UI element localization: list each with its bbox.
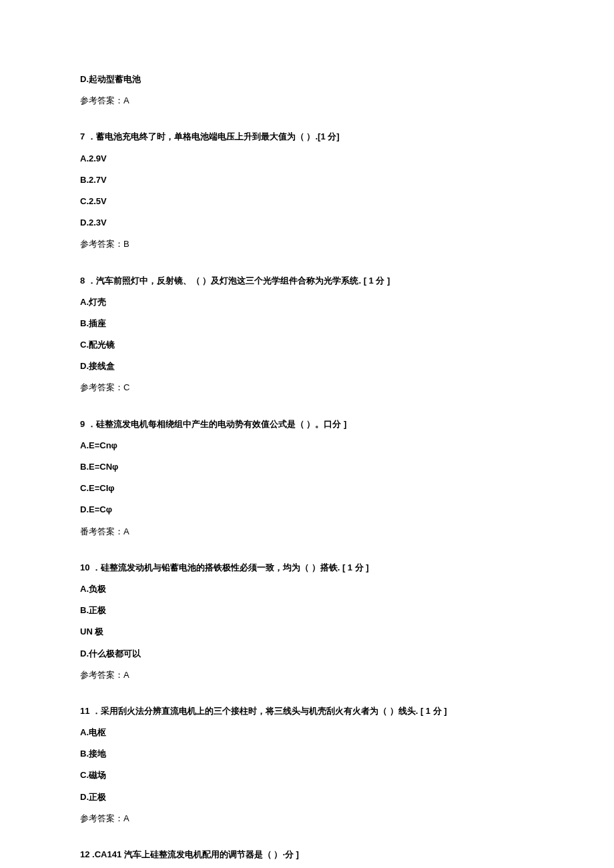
q11-stem: 11 ．采用刮火法分辨直流电机上的三个接柱时，将三线头与机壳刮火有火者为（ ）线… (80, 705, 534, 717)
q8-option-a: A.灯壳 (80, 296, 534, 308)
q9-option-d: D.E=Cφ (80, 504, 534, 516)
q8-stem: 8 ．汽车前照灯中，反射镜、（ ）及灯泡这三个光学组件合称为光学系统. [ 1 … (80, 275, 534, 287)
q7-answer-text: 参考答案：B (80, 239, 129, 249)
q8-option-b: B.插座 (80, 318, 534, 330)
q11-answer: 参考答案：A (80, 813, 534, 825)
q8-stem-text: ．汽车前照灯中，反射镜、（ ）及灯泡这三个光学组件合称为光学系统. [ 1 分 … (85, 276, 390, 286)
q10-answer: 参考答案：A (80, 669, 534, 681)
q10-option-a: A.负极 (80, 583, 534, 595)
q11-option-d: D.正极 (80, 791, 534, 803)
q10-answer-text: 参考答案：A (80, 670, 129, 680)
q7-stem-text: ．蓄电池充电终了时，单格电池端电压上升到最大值为（ ）.[1 分] (85, 131, 339, 141)
q8-option-d: D.接线盒 (80, 360, 534, 372)
q11-stem-text: ．采用刮火法分辨直流电机上的三个接柱时，将三线头与机壳刮火有火者为（ ）线头. … (89, 706, 446, 716)
q6-option-d: D.起动型蓄电池 (80, 73, 534, 85)
q7-stem: 7 ．蓄电池充电终了时，单格电池端电压上升到最大值为（ ）.[1 分] (80, 131, 534, 143)
q9-stem: 9 ．硅整流发电机每相绕组中产生的电动势有效值公式是（ ）。口分 ] (80, 418, 534, 430)
q11-answer-text: 参考答案：A (80, 813, 129, 823)
q12-number: 12 (80, 849, 89, 859)
q12-stem-text: .CA141 汽车上硅整流发电机配用的调节器是（ ）·分 ] (89, 849, 298, 859)
q9-option-a: A.E=Cnφ (80, 440, 534, 452)
q10-number: 10 (80, 562, 89, 572)
q11-option-c: C.磁场 (80, 769, 534, 781)
q9-answer: 番考答案：A (80, 526, 534, 538)
q10-stem: 10 ．硅整流发动机与铅蓄电池的搭铁极性必须一致，均为（ ）搭铁. [ 1 分 … (80, 562, 534, 574)
q10-stem-text: ．硅整流发动机与铅蓄电池的搭铁极性必须一致，均为（ ）搭铁. [ 1 分 ] (89, 562, 368, 572)
q7-option-c: C.2.5V (80, 195, 534, 207)
q9-answer-text: 番考答案：A (80, 526, 129, 536)
document-page: D.起动型蓄电池 参考答案：A 7 ．蓄电池充电终了时，单格电池端电压上升到最大… (0, 0, 614, 868)
q11-option-b: B.接地 (80, 748, 534, 760)
q9-stem-text: ．硅整流发电机每相绕组中产生的电动势有效值公式是（ ）。口分 ] (85, 419, 346, 429)
q6-answer: 参考答案：A (80, 95, 534, 107)
q6-answer-text: 参考答案：A (80, 95, 129, 105)
q10-option-b: B.正极 (80, 604, 534, 616)
q11-number: 11 (80, 706, 89, 716)
q9-option-c: C.E=CIφ (80, 482, 534, 494)
q8-option-c: C.配光镜 (80, 339, 534, 351)
q7-option-d: D.2.3V (80, 217, 534, 229)
q7-answer: 参考答案：B (80, 238, 534, 250)
q12-stem: 12 .CA141 汽车上硅整流发电机配用的调节器是（ ）·分 ] (80, 849, 534, 861)
q11-option-a: A.电枢 (80, 727, 534, 739)
q9-option-b: B.E=CNφ (80, 461, 534, 473)
q10-option-d: D.什么极都可以 (80, 648, 534, 660)
q8-answer: 参考答案：C (80, 382, 534, 394)
q7-option-a: A.2.9V (80, 153, 534, 165)
q8-answer-text: 参考答案：C (80, 382, 129, 392)
q10-option-c: UN 极 (80, 626, 534, 638)
q7-option-b: B.2.7V (80, 174, 534, 186)
